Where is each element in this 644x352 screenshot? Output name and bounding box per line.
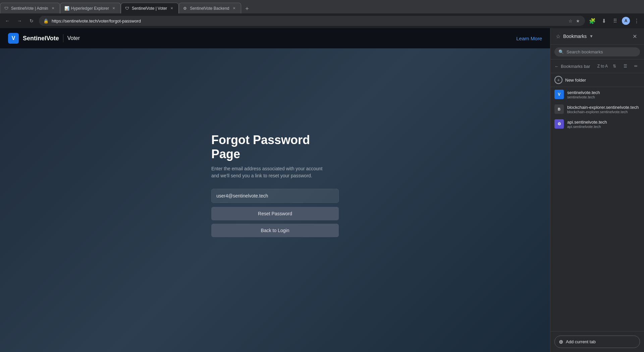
forward-button[interactable]: → [15, 16, 24, 26]
bookmark-url-api: api.sentinelvote.tech [567, 125, 640, 129]
sort-label: Z to A [597, 64, 608, 69]
download-icon[interactable]: ⬇ [599, 16, 608, 26]
tab-voter-close[interactable]: ✕ [169, 6, 174, 11]
bookmarks-nav: ← Bookmarks bar Z to A ⇅ ☰ ✏ [550, 59, 644, 73]
navbar-left: V SentinelVote Voter [8, 33, 80, 44]
description-line2: and we'll send you a link to reset your … [211, 173, 312, 178]
back-to-login-button[interactable]: Back to Login [211, 224, 339, 237]
add-current-tab-label: Add current tab [566, 339, 596, 344]
tab-voter-favicon: 🛡 [125, 6, 130, 11]
browser-content: V SentinelVote Voter Learn More Forgot P… [0, 28, 550, 352]
bookmarks-panel: ☆ Bookmarks ▼ ✕ 🔍 Search bookmarks ← Boo… [550, 28, 644, 352]
main-layout: V SentinelVote Voter Learn More Forgot P… [0, 28, 644, 352]
secure-lock-icon: 🔒 [43, 18, 49, 24]
bookmarks-search-bar[interactable]: 🔍 Search bookmarks [554, 47, 640, 56]
url-text: https://sentinelvote.tech/voter/forgot-p… [52, 18, 565, 24]
tab-admin-favicon: 🛡 [4, 6, 9, 11]
navbar-section: Voter [67, 35, 80, 41]
bookmark-url-blockchain: blockchain-explorer.sentinelvote.tech [567, 110, 640, 114]
bookmark-favicon-sentinelvote: V [554, 90, 564, 99]
view-toggle-button[interactable]: ☰ [621, 62, 629, 70]
apps-icon[interactable]: ⠿ [610, 16, 620, 26]
extensions-icon[interactable]: 🧩 [588, 16, 597, 26]
bookmark-name-blockchain: blockchain-explorer.sentinelvote.tech [567, 105, 640, 110]
browser-chrome: 🛡 SentinelVote | Admin ✕ 📊 Hyperledger E… [0, 0, 644, 28]
sort-button[interactable]: ⇅ [610, 62, 619, 70]
bookmark-icon[interactable]: ☆ [568, 18, 574, 24]
tab-admin[interactable]: 🛡 SentinelVote | Admin ✕ [0, 3, 60, 13]
bookmarks-search-container: 🔍 Search bookmarks [550, 45, 644, 59]
menu-icon[interactable]: ⋮ [632, 16, 641, 26]
bookmark-info-api: api.sentinelvote.tech api.sentinelvote.t… [567, 120, 640, 129]
address-bar[interactable]: 🔒 https://sentinelvote.tech/voter/forgot… [39, 16, 585, 26]
bookmarks-bar-label: Bookmarks bar [561, 64, 590, 69]
toolbar-right: 🧩 ⬇ ⠿ A ⋮ [588, 16, 641, 26]
bookmark-item-blockchain[interactable]: B blockchain-explorer.sentinelvote.tech … [550, 102, 644, 117]
learn-more-link[interactable]: Learn More [516, 36, 542, 41]
tab-voter-title: SentinelVote | Voter [132, 6, 167, 11]
edit-button[interactable]: ✏ [632, 62, 640, 70]
bookmarks-header: ☆ Bookmarks ▼ ✕ [550, 28, 644, 45]
add-current-tab-button[interactable]: ⊕ Add current tab [554, 336, 640, 348]
tab-hyperledger-favicon: 📊 [64, 6, 69, 11]
tab-voter[interactable]: 🛡 SentinelVote | Voter ✕ [121, 3, 179, 13]
reload-button[interactable]: ↻ [27, 16, 36, 26]
bookmarks-title: Bookmarks [563, 34, 587, 39]
tab-backend-favicon: ⚙ [183, 6, 188, 11]
tab-hyperledger-title: Hyperledger Explorer [71, 6, 109, 11]
search-icon: 🔍 [558, 49, 564, 54]
tab-backend-close[interactable]: ✕ [231, 6, 237, 11]
tab-backend[interactable]: ⚙ SentinelVote Backend ✕ [179, 3, 241, 13]
app-navbar: V SentinelVote Voter Learn More [0, 28, 550, 48]
tab-hyperledger-close[interactable]: ✕ [111, 6, 116, 11]
new-folder-label: New folder [565, 78, 586, 83]
search-placeholder: Search bookmarks [567, 49, 603, 54]
add-circle-icon: ⊕ [559, 339, 563, 345]
tab-hyperledger[interactable]: 📊 Hyperledger Explorer ✕ [60, 3, 121, 13]
back-arrow-icon: ← [554, 64, 559, 69]
new-tab-button[interactable]: + [243, 4, 252, 13]
bookmark-info-sentinelvote: sentinelvote.tech sentinelvote.tech [567, 90, 640, 99]
bookmark-favicon-blockchain: B [554, 104, 564, 114]
brand-letter: V [12, 35, 15, 41]
new-folder-row[interactable]: + New folder [550, 73, 644, 87]
back-button[interactable]: ← [3, 16, 12, 26]
address-bar-row: ← → ↻ 🔒 https://sentinelvote.tech/voter/… [0, 13, 644, 28]
email-input[interactable] [211, 189, 339, 203]
tab-admin-close[interactable]: ✕ [50, 6, 56, 11]
bookmark-info-blockchain: blockchain-explorer.sentinelvote.tech bl… [567, 105, 640, 114]
bookmarks-star-icon: ☆ [556, 33, 560, 40]
bookmarks-nav-actions: Z to A ⇅ ☰ ✏ [597, 62, 640, 70]
tab-bar: 🛡 SentinelVote | Admin ✕ 📊 Hyperledger E… [0, 0, 644, 13]
page-title: Forgot Password Page [211, 133, 339, 161]
new-folder-plus-icon: + [554, 76, 562, 84]
profile-icon[interactable]: A [622, 17, 630, 25]
navbar-divider [63, 34, 63, 42]
bookmarks-footer: ⊕ Add current tab [550, 331, 644, 352]
reset-password-button[interactable]: Reset Password [211, 207, 339, 220]
bookmark-url-sentinelvote: sentinelvote.tech [567, 95, 640, 99]
address-bar-icons: ☆ ★ [568, 18, 581, 24]
brand-name: SentinelVote [23, 35, 59, 42]
description-line1: Enter the email address associated with … [211, 166, 323, 171]
tab-backend-title: SentinelVote Backend [190, 6, 229, 11]
bookmark-favicon-api: ⚙ [554, 119, 564, 129]
bookmark-item-sentinelvote[interactable]: V sentinelvote.tech sentinelvote.tech [550, 87, 644, 102]
bookmarks-dropdown-icon[interactable]: ▼ [589, 34, 593, 39]
bookmark-name-sentinelvote: sentinelvote.tech [567, 90, 640, 95]
star-filled-icon[interactable]: ★ [575, 18, 581, 24]
bookmark-item-api[interactable]: ⚙ api.sentinelvote.tech api.sentinelvote… [550, 117, 644, 131]
bookmark-name-api: api.sentinelvote.tech [567, 120, 640, 125]
brand-logo: V [8, 33, 19, 44]
page-content: Forgot Password Page Enter the email add… [0, 48, 550, 352]
page-description: Enter the email address associated with … [211, 165, 339, 179]
bookmarks-close-button[interactable]: ✕ [631, 32, 639, 40]
tab-admin-title: SentinelVote | Admin [11, 6, 48, 11]
bookmarks-bar-nav[interactable]: ← Bookmarks bar [554, 64, 590, 69]
bookmarks-header-left: ☆ Bookmarks ▼ [556, 33, 593, 40]
forgot-password-card: Forgot Password Page Enter the email add… [211, 133, 339, 240]
